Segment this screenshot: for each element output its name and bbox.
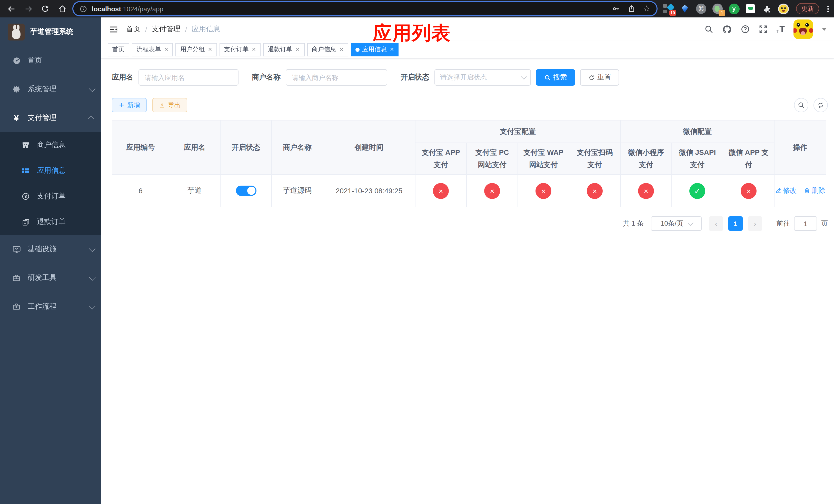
status-select-placeholder: 请选择开启状态	[440, 73, 487, 82]
extensions-row: 10 ⌘ 1 y 更新	[663, 3, 830, 14]
merchant-name-label: 商户名称	[252, 73, 281, 82]
site-info-icon[interactable]	[80, 5, 87, 13]
status-select[interactable]: 请选择开启状态	[435, 69, 531, 86]
top-navbar: 首页 / 支付管理 / 应用信息	[101, 18, 834, 41]
page-1-button[interactable]: 1	[728, 216, 743, 231]
url-text: localhost:1024/pay/app	[92, 5, 612, 13]
sidebar-item-home[interactable]: 首页	[0, 46, 101, 75]
user-avatar[interactable]	[793, 20, 813, 39]
help-icon[interactable]	[740, 25, 750, 34]
cell-status	[220, 175, 271, 207]
font-size-icon[interactable]: TT	[776, 24, 785, 35]
chevron-down-icon	[89, 274, 95, 280]
tab-app-info[interactable]: 应用信息✕	[351, 43, 399, 56]
next-page-button[interactable]: ›	[748, 216, 762, 231]
extension-badge: 10	[670, 10, 676, 16]
back-icon[interactable]	[5, 3, 18, 15]
close-icon[interactable]: ✕	[252, 47, 256, 52]
close-icon[interactable]: ✕	[339, 47, 344, 52]
tab-home[interactable]: 首页	[108, 43, 129, 56]
sidebar-item-app-info[interactable]: 应用信息	[0, 158, 101, 184]
tab-refund-order[interactable]: 退款订单✕	[263, 43, 304, 56]
export-button[interactable]: 导出	[152, 98, 187, 112]
prev-page-button[interactable]: ‹	[709, 216, 723, 231]
sidebar-item-label: 研发工具	[28, 273, 89, 282]
sidebar-item-pay[interactable]: ¥ 支付管理	[0, 104, 101, 132]
add-button[interactable]: 新增	[112, 98, 147, 112]
show-search-button[interactable]	[794, 98, 808, 112]
col-alipay-wap: 支付宝 WAP 网站支付	[518, 143, 569, 175]
close-icon[interactable]: ✕	[295, 47, 300, 52]
tab-merchant-info[interactable]: 商户信息✕	[307, 43, 348, 56]
breadcrumb: 首页 / 支付管理 / 应用信息	[126, 25, 221, 34]
table-toolbar: 新增 导出	[112, 98, 828, 112]
tab-pay-order[interactable]: 支付订单✕	[220, 43, 261, 56]
cell-merchant: 芋道源码	[271, 175, 323, 207]
sidebar-item-devtools[interactable]: 研发工具	[0, 264, 101, 292]
alipay-app-status-icon: ×	[433, 183, 449, 199]
cell-app-name: 芋道	[169, 175, 220, 207]
sidebar-item-pay-order[interactable]: 支付订单	[0, 184, 101, 209]
url-bar[interactable]: localhost:1024/pay/app ☆	[73, 2, 657, 15]
browser-menu-icon[interactable]	[827, 5, 829, 12]
app-name-input[interactable]	[138, 69, 239, 86]
close-icon[interactable]: ✕	[390, 47, 394, 52]
app-table: 应用编号 应用名 开启状态 商户名称 创建时间 支付宝配置 微信配置 操作 支付…	[112, 120, 828, 207]
sidebar-item-refund-order[interactable]: 退款订单	[0, 209, 101, 235]
col-group-wechat: 微信配置	[620, 120, 774, 143]
user-menu-caret-icon[interactable]	[822, 28, 827, 31]
password-key-icon[interactable]	[612, 5, 620, 13]
sidebar-item-system[interactable]: 系统管理	[0, 75, 101, 104]
goto-page-input[interactable]	[794, 216, 817, 231]
refresh-button[interactable]	[813, 98, 828, 112]
extension-command-icon[interactable]: ⌘	[696, 3, 707, 14]
close-icon[interactable]: ✕	[164, 47, 169, 52]
sidebar-collapse-icon[interactable]	[109, 25, 118, 33]
github-icon[interactable]	[722, 24, 732, 34]
tab-user-group[interactable]: 用户分组✕	[176, 43, 217, 56]
col-group-alipay: 支付宝配置	[415, 120, 620, 143]
sidebar-item-label: 首页	[28, 56, 94, 65]
delete-link[interactable]: 删除	[804, 186, 826, 196]
fullscreen-icon[interactable]	[758, 25, 768, 34]
reload-icon[interactable]	[39, 3, 51, 15]
edit-link[interactable]: 修改	[775, 186, 797, 196]
merchant-name-input[interactable]	[286, 69, 387, 86]
extension-gem-icon[interactable]	[679, 3, 690, 14]
header-search-icon[interactable]	[704, 25, 713, 34]
breadcrumb-home[interactable]: 首页	[126, 25, 140, 34]
close-icon[interactable]: ✕	[208, 47, 212, 52]
reset-button[interactable]: 重置	[580, 69, 619, 86]
extensions-puzzle-icon[interactable]	[761, 3, 772, 14]
extension-camera-icon[interactable]: 1	[712, 3, 723, 14]
url-host: localhost	[92, 5, 121, 13]
sidebar-item-label: 商户信息	[37, 140, 66, 150]
toolbox-icon	[10, 274, 23, 282]
forward-icon[interactable]	[22, 3, 35, 15]
tab-process-form[interactable]: 流程表单✕	[132, 43, 173, 56]
cell-create-time: 2021-10-23 08:49:25	[323, 175, 415, 207]
app-name-label: 应用名	[112, 73, 133, 82]
col-alipay-pc: 支付宝 PC 网站支付	[466, 143, 518, 175]
extension-y-icon[interactable]: y	[728, 3, 740, 14]
sidebar-item-workflow[interactable]: 工作流程	[0, 292, 101, 321]
search-button[interactable]: 搜索	[536, 69, 575, 86]
home-icon[interactable]	[56, 3, 68, 15]
browser-update-button[interactable]: 更新	[796, 3, 819, 14]
sidebar-logo[interactable]: 芋道管理系统	[0, 18, 101, 46]
share-icon[interactable]	[628, 5, 635, 13]
page-size-select[interactable]: 10条/页	[651, 216, 702, 231]
status-toggle[interactable]	[236, 186, 256, 196]
extension-chat-icon[interactable]	[745, 3, 756, 14]
profile-avatar-icon[interactable]	[777, 3, 789, 14]
col-alipay-app: 支付宝 APP 支付	[415, 143, 466, 175]
bookmark-star-icon[interactable]: ☆	[643, 5, 650, 13]
sidebar-item-infra[interactable]: 基础设施	[0, 235, 101, 264]
pagination: 共 1 条 10条/页 ‹ 1 › 前往 页	[112, 216, 828, 231]
col-actions: 操作	[774, 120, 826, 175]
yen-icon: ¥	[10, 114, 23, 122]
col-alipay-qr: 支付宝扫码支付	[569, 143, 620, 175]
extension-diamond-icon[interactable]: 10	[663, 3, 674, 14]
sidebar-item-merchant-info[interactable]: 商户信息	[0, 132, 101, 158]
goto-label: 前往	[776, 219, 790, 228]
